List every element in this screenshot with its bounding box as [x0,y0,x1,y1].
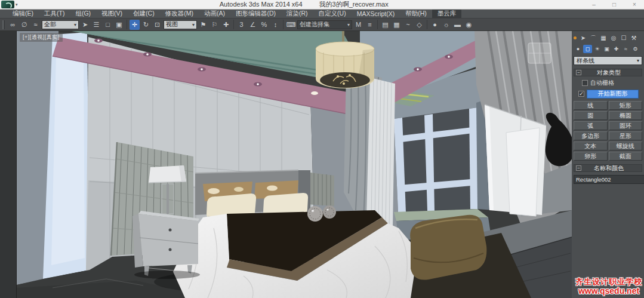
menu-item-create[interactable]: 创建(C) [128,10,160,18]
minimize-button[interactable]: – [590,1,597,8]
create-categories: ● ◻ ☀ ▣ ✚ ≈ ⚙ [574,44,642,54]
curve-editor-icon[interactable]: ~ [403,20,413,30]
star-button[interactable]: 星形 [609,131,643,140]
ngon-button[interactable]: 多边形 [574,131,608,140]
shape-buttons-grid: 线 矩形 圆 椭圆 弧 圆环 多边形 星形 文本 螺旋线 卵形 截面 [574,101,642,161]
rendered-frame-window-icon[interactable]: ▬ [452,20,463,30]
menu-item-animation[interactable]: 动画(A) [199,10,230,18]
object-type-rollout[interactable]: − 对象类型 [574,69,642,76]
menu-item-modifiers[interactable]: 修改器(M) [160,10,199,18]
bind-to-space-warp-icon[interactable]: ≈ [30,20,41,30]
spline-type-dropdown[interactable]: 样条线 ▾ [574,56,642,65]
menu-item-customize[interactable]: 自定义(U) [313,10,352,18]
menu-item-views[interactable]: 视图(V) [96,10,128,18]
3dsmax-window: ▾ Autodesk 3ds Max 2014 x64我的3的啊_recover… [0,0,644,298]
start-new-shape-button[interactable]: 开始新图形 [587,90,639,99]
render-setup-icon[interactable]: ☼ [441,20,451,30]
select-and-rotate-icon[interactable]: ↻ [141,20,151,30]
select-and-move-icon[interactable]: ✛ [130,20,140,30]
chevron-down-icon: ▾ [345,22,350,27]
menu-item-graph-editors[interactable]: 图形编辑器(D) [230,10,281,18]
mirror-icon[interactable]: M [353,20,363,30]
align-icon[interactable]: ≡ [365,20,375,30]
select-by-name-icon[interactable]: ☰ [91,20,101,30]
motion-tab-icon[interactable]: ◎ [609,33,618,42]
close-button[interactable]: × [631,1,638,8]
name-color-rollout[interactable]: − 名称和颜色 [574,164,642,172]
ellipse-button[interactable]: 椭圆 [609,111,643,120]
percent-snap-icon[interactable]: % [259,20,269,30]
reference-coordinate-dropdown[interactable]: 视图 ▾ [164,20,197,29]
ribbon-toggle-icon[interactable]: ▦ [392,20,402,30]
rollout-title: 名称和颜色 [583,164,642,173]
view-cube[interactable] [528,43,551,63]
display-tab-icon[interactable]: ☐ [619,33,628,42]
systems-category-icon[interactable]: ⚙ [631,45,640,53]
snaps-toggle-icon[interactable]: 3 [236,20,246,30]
menu-item-help[interactable]: 帮助(H) [400,10,432,18]
lights-category-icon[interactable]: ☀ [593,45,602,53]
section-button[interactable]: 截面 [609,152,643,161]
selection-filter-dropdown[interactable]: 全部 ▾ [42,20,79,29]
use-pivot-point-icon[interactable]: ⚑ [198,20,208,30]
viewport-label[interactable]: [+][透视][真实] [20,33,63,42]
helpers-category-icon[interactable]: ✚ [612,45,621,53]
named-selection-sets-dropdown[interactable]: 创建选择集 ▾ [297,20,352,29]
toolbar-grip[interactable] [2,20,5,29]
select-object-icon[interactable]: ➤ [80,20,90,30]
scene-render [17,31,572,298]
menu-item-rendering[interactable]: 渲染(R) [281,10,313,18]
menu-item-tools[interactable]: 工具(T) [39,10,70,18]
line-button[interactable]: 线 [574,101,608,110]
angle-snap-icon[interactable]: ∠ [248,20,258,30]
material-editor-icon[interactable]: ● [430,20,440,30]
text-button[interactable]: 文本 [574,142,608,150]
geometry-category-icon[interactable]: ● [574,45,583,53]
rectangular-selection-region-icon[interactable]: □ [103,20,113,30]
rectangle-button[interactable]: 矩形 [609,101,643,110]
schematic-view-icon[interactable]: ◇ [414,20,424,30]
wall-grill [306,172,334,206]
rollout-title: 对象类型 [583,69,642,77]
cameras-category-icon[interactable]: ▣ [602,45,611,53]
autogrid-checkbox[interactable] [582,80,588,86]
hierarchy-tab-icon[interactable]: ▦ [599,33,608,42]
donut-button[interactable]: 圆环 [609,121,643,130]
start-new-shape-checkbox[interactable]: ✓ [578,91,584,97]
helix-button[interactable]: 螺旋线 [609,142,643,150]
brown-pillow[interactable] [410,215,486,280]
unlink-selection-icon[interactable]: ∅ [19,20,29,30]
curtain-sheer[interactable] [366,78,395,228]
collapse-icon[interactable]: − [576,70,581,75]
watermark: 齐生设计职业学校 www.qsedu.net [575,278,642,296]
select-and-scale-icon[interactable]: ⊡ [152,20,162,30]
utilities-tab-icon[interactable]: ⚒ [629,33,639,42]
collapse-icon[interactable]: − [576,165,581,171]
watermark-school-name: 齐生设计职业学校 [575,278,642,286]
keyboard-override-icon[interactable]: ⌨ [286,20,296,30]
select-and-link-icon[interactable]: ∞ [8,20,18,30]
render-production-icon[interactable]: ◉ [464,20,474,30]
chevron-down-icon: ▾ [190,22,195,27]
select-and-manipulate-icon[interactable]: ✚ [221,20,231,30]
window-crossing-icon[interactable]: ▣ [114,20,124,30]
egg-button[interactable]: 卵形 [574,152,608,161]
shapes-category-icon[interactable]: ◻ [583,45,592,53]
maximize-button[interactable]: □ [611,1,618,8]
create-tab-icon[interactable]: ➤ [578,33,588,42]
panel-grip[interactable] [574,36,577,39]
menu-item-group[interactable]: 组(G) [70,10,96,18]
menu-item-maxscript[interactable]: MAXScript(X) [352,10,400,17]
layer-manager-icon[interactable]: ▤ [380,20,390,30]
menu-item-moyunku[interactable]: 墨云库 [432,10,462,18]
arc-button[interactable]: 弧 [574,121,608,130]
spinner-snap-icon[interactable]: ↕ [270,20,281,30]
circle-button[interactable]: 圆 [574,111,608,120]
modify-tab-icon[interactable]: ⌒ [588,33,598,42]
use-selection-center-icon[interactable]: ⚐ [209,20,220,30]
menu-item-edit[interactable]: 编辑(E) [7,10,39,18]
object-name-input[interactable] [574,175,644,184]
app-logo-icon[interactable] [1,1,14,8]
perspective-viewport[interactable]: [+][透视][真实] [17,31,572,298]
space-warps-category-icon[interactable]: ≈ [621,45,630,53]
